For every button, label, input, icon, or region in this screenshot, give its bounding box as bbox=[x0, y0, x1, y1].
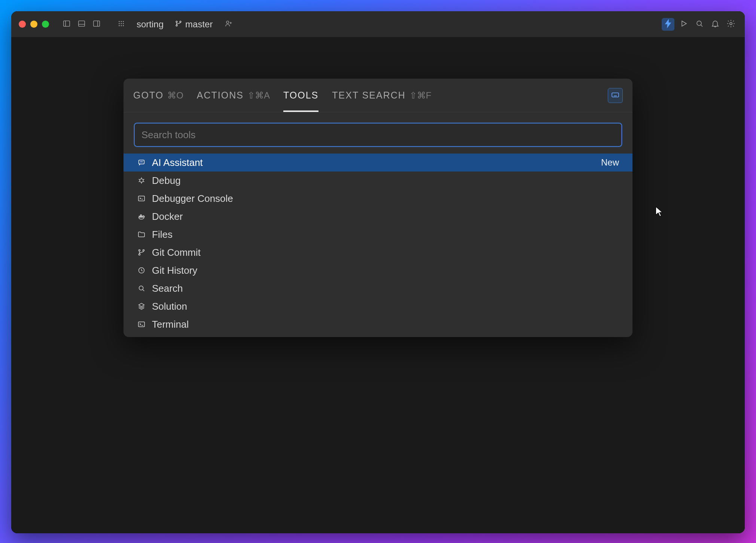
notifications-button[interactable] bbox=[709, 18, 722, 31]
panel-left-icon bbox=[63, 19, 71, 29]
result-item[interactable]: AI AssistantNew bbox=[124, 154, 632, 172]
bolt-icon bbox=[664, 19, 673, 30]
tab-shortcut: ⇧⌘F bbox=[409, 90, 432, 101]
result-item[interactable]: Solution bbox=[124, 297, 632, 315]
console-icon bbox=[137, 194, 146, 203]
close-window-button[interactable] bbox=[19, 21, 26, 28]
result-item[interactable]: Terminal bbox=[124, 315, 632, 333]
bug-icon bbox=[137, 176, 146, 185]
result-label: Terminal bbox=[152, 319, 619, 330]
result-label: Solution bbox=[152, 301, 619, 312]
grid-icon bbox=[117, 19, 125, 29]
palette-search-wrap bbox=[124, 112, 632, 154]
tab-label: GOTO bbox=[133, 90, 164, 101]
branch-name: master bbox=[185, 19, 213, 30]
toggle-bottom-panel-button[interactable] bbox=[75, 18, 88, 31]
result-item[interactable]: Git Commit bbox=[124, 243, 632, 261]
result-item[interactable]: Debugger Console bbox=[124, 189, 632, 207]
result-item[interactable]: Debug bbox=[124, 172, 632, 189]
result-label: Docker bbox=[152, 211, 619, 222]
app-window: sorting master GOTO ⌘O ACTIONS ⇧⌘A bbox=[11, 11, 745, 533]
tab-shortcut: ⌘O bbox=[167, 90, 183, 101]
palette-results-list: AI AssistantNewDebugDebugger ConsoleDock… bbox=[124, 154, 632, 333]
result-item[interactable]: Docker bbox=[124, 207, 632, 225]
result-item[interactable]: Git History bbox=[124, 261, 632, 279]
toggle-left-panel-button[interactable] bbox=[60, 18, 73, 31]
tab-tools[interactable]: TOOLS bbox=[283, 79, 318, 112]
search-icon bbox=[137, 284, 146, 293]
tab-label: TOOLS bbox=[283, 90, 318, 101]
tab-actions[interactable]: ACTIONS ⇧⌘A bbox=[197, 79, 270, 112]
ai-assistant-button[interactable] bbox=[662, 18, 674, 31]
main-area: GOTO ⌘O ACTIONS ⇧⌘A TOOLS TEXT SEARCH ⇧⌘… bbox=[11, 37, 745, 533]
result-label: Search bbox=[152, 283, 619, 294]
terminal-icon bbox=[137, 320, 146, 329]
result-label: Debugger Console bbox=[152, 193, 619, 204]
add-collaborator-button[interactable] bbox=[222, 18, 235, 31]
solution-icon bbox=[137, 302, 146, 311]
result-label: AI Assistant bbox=[152, 157, 595, 169]
gear-icon bbox=[726, 19, 735, 30]
mouse-cursor bbox=[655, 206, 663, 217]
branch-icon bbox=[137, 248, 146, 257]
titlebar: sorting master bbox=[11, 11, 745, 37]
tab-goto[interactable]: GOTO ⌘O bbox=[133, 79, 183, 112]
run-button[interactable] bbox=[677, 18, 690, 31]
chat-icon bbox=[137, 158, 146, 167]
result-label: Git History bbox=[152, 265, 619, 276]
project-name[interactable]: sorting bbox=[137, 19, 164, 30]
docker-icon bbox=[137, 212, 146, 221]
add-user-icon bbox=[225, 19, 233, 29]
git-branch-selector[interactable]: master bbox=[175, 19, 213, 30]
panel-right-icon bbox=[92, 19, 101, 29]
apps-menu-button[interactable] bbox=[115, 18, 128, 31]
panel-toggle-group bbox=[60, 18, 103, 31]
tab-label: ACTIONS bbox=[197, 90, 244, 101]
minimize-window-button[interactable] bbox=[30, 21, 37, 28]
palette-search-input[interactable] bbox=[134, 123, 622, 147]
settings-button[interactable] bbox=[725, 18, 737, 31]
tab-shortcut: ⇧⌘A bbox=[247, 90, 270, 101]
toggle-right-panel-button[interactable] bbox=[90, 18, 103, 31]
clock-icon bbox=[137, 266, 146, 275]
maximize-window-button[interactable] bbox=[42, 21, 49, 28]
titlebar-right-actions bbox=[662, 18, 737, 31]
result-badge: New bbox=[601, 157, 619, 168]
palette-tabs: GOTO ⌘O ACTIONS ⇧⌘A TOOLS TEXT SEARCH ⇧⌘… bbox=[124, 79, 632, 112]
tab-text-search[interactable]: TEXT SEARCH ⇧⌘F bbox=[332, 79, 431, 112]
panel-bottom-icon bbox=[77, 19, 86, 29]
branch-icon bbox=[175, 19, 182, 30]
traffic-lights bbox=[19, 21, 49, 28]
command-palette: GOTO ⌘O ACTIONS ⇧⌘A TOOLS TEXT SEARCH ⇧⌘… bbox=[124, 79, 632, 337]
bell-icon bbox=[711, 19, 720, 30]
result-label: Files bbox=[152, 229, 619, 240]
search-icon bbox=[695, 19, 704, 30]
folder-icon bbox=[137, 230, 146, 239]
result-label: Debug bbox=[152, 175, 619, 186]
result-label: Git Commit bbox=[152, 247, 619, 258]
result-item[interactable]: Search bbox=[124, 279, 632, 297]
tab-label: TEXT SEARCH bbox=[332, 90, 406, 101]
search-button[interactable] bbox=[693, 18, 706, 31]
keyboard-icon bbox=[611, 90, 620, 101]
keyboard-shortcuts-button[interactable] bbox=[608, 88, 623, 103]
play-icon bbox=[679, 19, 688, 30]
result-item[interactable]: Files bbox=[124, 225, 632, 243]
